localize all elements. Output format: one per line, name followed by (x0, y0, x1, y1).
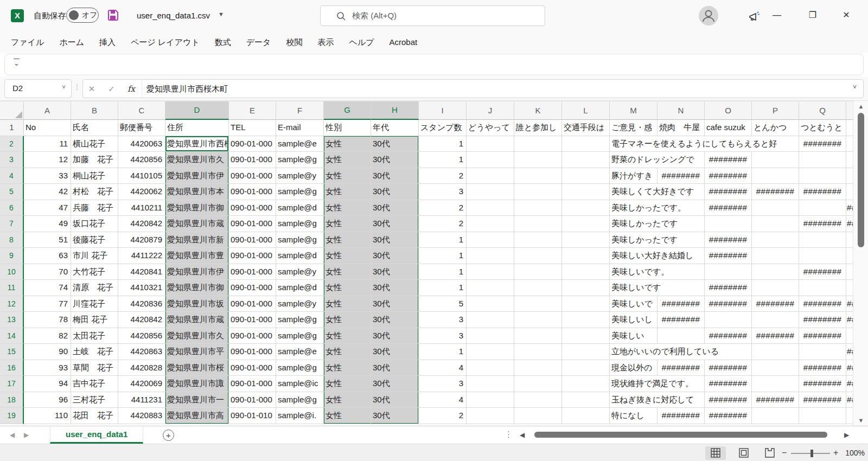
cell-H3[interactable]: 30代 (371, 152, 419, 168)
scroll-down-icon[interactable]: ▼ (853, 417, 868, 424)
vertical-scroll-thumb[interactable] (858, 113, 864, 247)
cell-L6[interactable] (562, 200, 610, 216)
cell-H7[interactable]: 30代 (371, 216, 419, 232)
cell-O5[interactable]: ######## (705, 184, 752, 200)
cell-M18[interactable]: 玉ねぎ抜きに対応して (610, 392, 705, 408)
cell-F17[interactable]: sample@ic (276, 376, 324, 392)
cell-M1[interactable]: ご意見・感 (610, 120, 658, 136)
cell-C11[interactable]: 4410321 (118, 280, 165, 296)
cell-D13[interactable]: 愛知県豊川市蔵 (165, 312, 229, 328)
row-header-15[interactable]: 15 (0, 344, 24, 360)
cell-A8[interactable]: 51 (24, 232, 71, 248)
add-sheet-icon[interactable]: + (163, 430, 174, 441)
cell-O14[interactable]: ######## (705, 328, 752, 344)
menu-tab-ヘルプ[interactable]: ヘルプ (349, 31, 374, 53)
zoom-level[interactable]: 100% (841, 449, 865, 457)
cell-E1[interactable]: TEL (229, 120, 276, 136)
cell-D5[interactable]: 愛知県豊川市本 (165, 184, 229, 200)
excel-app-icon[interactable]: X (11, 9, 24, 22)
cell-I9[interactable]: 1 (419, 248, 467, 264)
cell-P11[interactable] (752, 280, 799, 296)
name-box[interactable]: D2 ˅ (4, 79, 72, 98)
cell-Q10[interactable]: ######## (799, 264, 846, 280)
menu-tab-ホーム[interactable]: ホーム (59, 31, 84, 53)
document-title[interactable]: user_enq_data1.csv (137, 11, 210, 20)
cell-F8[interactable]: sample@g (276, 232, 324, 248)
cell-G6[interactable]: 女性 (324, 200, 371, 216)
save-icon[interactable] (106, 9, 119, 24)
cell-I19[interactable]: 2 (419, 408, 467, 424)
cell-K1[interactable]: 誰と参加し (514, 120, 562, 136)
cell-I6[interactable]: 2 (419, 200, 467, 216)
row-header-9[interactable]: 9 (0, 248, 24, 264)
cell-L17[interactable] (562, 376, 610, 392)
row-header-13[interactable]: 13 (0, 312, 24, 328)
cell-K16[interactable] (514, 360, 562, 376)
insert-function-icon[interactable]: fx (123, 80, 140, 98)
autosave-toggle[interactable]: オフ (66, 8, 99, 23)
cell-L4[interactable] (562, 168, 610, 184)
cell-M9[interactable]: 美味しい大好き結婚し (610, 248, 705, 264)
normal-view-icon[interactable] (705, 446, 726, 460)
cell-D1[interactable]: 住所 (165, 120, 229, 136)
cell-M19[interactable]: 特になし (610, 408, 658, 424)
cell-H2[interactable]: 30代 (371, 136, 419, 152)
cell-D17[interactable]: 愛知県豊川市諏 (165, 376, 229, 392)
cell-C7[interactable]: 4420842 (118, 216, 165, 232)
column-header-H[interactable]: H (371, 101, 419, 120)
cell-P8[interactable] (752, 232, 799, 248)
cell-G4[interactable]: 女性 (324, 168, 371, 184)
cell-G3[interactable]: 女性 (324, 152, 371, 168)
cell-D8[interactable]: 愛知県豊川市新 (165, 232, 229, 248)
cell-B18[interactable]: 三村花子 (71, 392, 118, 408)
cell-M17[interactable]: 現状維持で満足です。 (610, 376, 705, 392)
cell-K14[interactable] (514, 328, 562, 344)
cell-C5[interactable]: 4420062 (118, 184, 165, 200)
row-header-11[interactable]: 11 (0, 280, 24, 296)
row-header-7[interactable]: 7 (0, 216, 24, 232)
cell-L9[interactable] (562, 248, 610, 264)
formula-input[interactable]: 愛知県豊川市西桜木町 (142, 80, 841, 98)
row-header-1[interactable]: 1 (0, 120, 24, 136)
cell-F12[interactable]: sample@y (276, 296, 324, 312)
cell-B3[interactable]: 加藤 花子 (71, 152, 118, 168)
cell-M3[interactable]: 野菜のドレッシングで (610, 152, 705, 168)
cell-J16[interactable] (467, 360, 514, 376)
row-header-18[interactable]: 18 (0, 392, 24, 408)
cell-F2[interactable]: sample@e (276, 136, 324, 152)
cell-C13[interactable]: 4420842 (118, 312, 165, 328)
cell-N4[interactable]: ######## (658, 168, 705, 184)
cell-K10[interactable] (514, 264, 562, 280)
column-header-E[interactable]: E (229, 101, 276, 120)
cell-A1[interactable]: No (24, 120, 71, 136)
feedback-megaphone-icon[interactable] (748, 10, 758, 21)
cell-A9[interactable]: 63 (24, 248, 71, 264)
close-button[interactable]: ✕ (841, 10, 852, 21)
cell-L11[interactable] (562, 280, 610, 296)
cell-G10[interactable]: 女性 (324, 264, 371, 280)
cell-P5[interactable]: ######## (752, 184, 799, 200)
cell-J15[interactable] (467, 344, 514, 360)
cell-G8[interactable]: 女性 (324, 232, 371, 248)
cell-C2[interactable]: 4420063 (118, 136, 165, 152)
cell-E2[interactable]: 090-01-000 (229, 136, 276, 152)
cell-O11[interactable]: ######## (705, 280, 752, 296)
row-header-14[interactable]: 14 (0, 328, 24, 344)
cell-G9[interactable]: 女性 (324, 248, 371, 264)
restore-button[interactable]: ❐ (807, 10, 818, 21)
menu-tab-ファイル[interactable]: ファイル (11, 31, 44, 53)
cell-B4[interactable]: 桐山花子 (71, 168, 118, 184)
cell-B2[interactable]: 横山花子 (71, 136, 118, 152)
column-header-A[interactable]: A (24, 101, 71, 120)
cell-H18[interactable]: 30代 (371, 392, 419, 408)
cell-H10[interactable]: 30代 (371, 264, 419, 280)
cell-D16[interactable]: 愛知県豊川市桜 (165, 360, 229, 376)
menu-tab-ページ レイアウト[interactable]: ページ レイアウト (131, 31, 200, 53)
cell-J10[interactable] (467, 264, 514, 280)
cell-I18[interactable]: 4 (419, 392, 467, 408)
menu-tab-データ[interactable]: データ (246, 31, 271, 53)
menu-tab-挿入[interactable]: 挿入 (99, 31, 116, 53)
minimize-button[interactable]: — (771, 10, 782, 21)
cell-Q12[interactable]: ######## (799, 296, 846, 312)
cell-F5[interactable]: sample@g (276, 184, 324, 200)
